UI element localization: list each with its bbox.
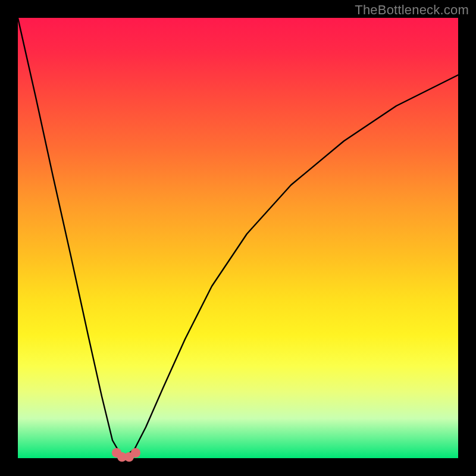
valley-marker-right	[131, 448, 140, 458]
watermark-text: TheBottleneck.com	[355, 2, 469, 18]
chart-plot-area	[18, 18, 458, 458]
valley-markers	[112, 448, 140, 462]
chart-svg	[18, 18, 458, 458]
chart-frame: TheBottleneck.com	[0, 0, 476, 476]
bottleneck-curve	[18, 18, 458, 456]
